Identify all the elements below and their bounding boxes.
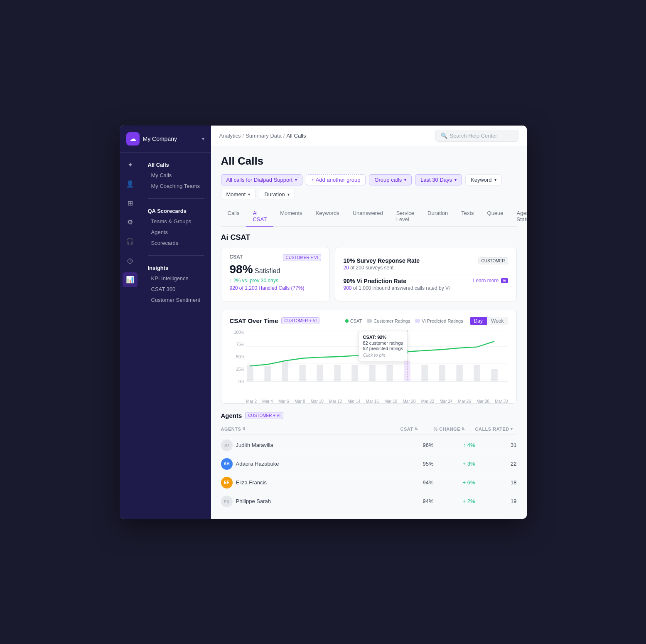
change-philippe: + 2% (434, 498, 475, 504)
tab-agent-status[interactable]: Agent Status (510, 207, 527, 227)
tab-texts[interactable]: Texts (454, 207, 480, 227)
table-header: AGENTS ⇅ CSAT ⇅ % CHANGE ⇅ CALLS RATED ▾ (221, 424, 517, 434)
csat-label: CSAT (230, 254, 243, 260)
breadcrumb-summary[interactable]: Summary Data (246, 133, 282, 139)
nav-icon-clock[interactable]: ◷ (123, 253, 138, 268)
chart-header: CSAT Over Time CUSTOMER + VI CSAT Custom… (230, 317, 508, 325)
caret-icon-2: ▾ (404, 178, 406, 182)
sidebar-item-agents[interactable]: Agents (148, 227, 204, 237)
vi-badge: Vi (501, 278, 508, 283)
tab-keywords[interactable]: Keywords (309, 207, 346, 227)
tab-calls[interactable]: Calls (221, 207, 246, 227)
survey-rate-title: 10% Survey Response Rate (344, 257, 420, 264)
nav-icon-settings[interactable]: ⚙ (123, 215, 138, 230)
sidebar-section-title-qa[interactable]: QA Scorecards (148, 205, 204, 216)
csat-percentage: 98% (230, 263, 253, 276)
nav-icon-team[interactable]: ⊞ (123, 196, 138, 211)
col-header-change[interactable]: % CHANGE ⇅ (434, 427, 475, 432)
moment-btn[interactable]: Moment ▾ (221, 189, 256, 200)
search-help-input[interactable]: 🔍 Search Help Center (435, 130, 518, 142)
sidebar-section-insights: Insights KPI Intelligence CSAT 360 Custo… (141, 259, 211, 309)
filter-group-btn[interactable]: All calls for Dialpad Support ▾ (221, 174, 303, 185)
nav-icon-chart[interactable]: 📊 (123, 272, 138, 287)
agent-name-1: Judith Maravilla (236, 442, 273, 448)
sidebar-item-teams-groups[interactable]: Teams & Groups (148, 216, 204, 227)
sidebar-item-kpi[interactable]: KPI Intelligence (148, 273, 204, 284)
col-header-agents[interactable]: AGENTS ⇅ (221, 427, 400, 432)
group-calls-btn[interactable]: Group calls ▾ (369, 174, 412, 185)
nav-icon-person[interactable]: 👤 (123, 177, 138, 192)
chart-tooltip: CSAT: 92% 82 customer ratings 92 predict… (359, 331, 408, 361)
logo-icon: ☁ (126, 132, 140, 146)
avatar-eliza: EF (221, 477, 233, 489)
tab-moments[interactable]: Moments (273, 207, 309, 227)
sort-icon-calls: ▾ (511, 427, 513, 431)
learn-more-link[interactable]: Learn more (473, 278, 499, 284)
table-row: EF Eliza Francis 94% + 6% 18 (221, 474, 517, 492)
day-week-toggle: Day Week (470, 317, 508, 325)
sidebar-item-csat360[interactable]: CSAT 360 (148, 284, 204, 294)
calls-eliza: 18 (475, 479, 517, 486)
sidebar-item-sentiment[interactable]: Customer Sentiment (148, 295, 204, 305)
sidebar-section-title-insights[interactable]: Insights (148, 262, 204, 273)
svg-rect-15 (421, 365, 427, 381)
app-window: ☁ My Company ▾ ✦ 👤 ⊞ ⚙ 🎧 ◷ 📊 All Calls M… (120, 126, 527, 519)
chevron-down-icon: ▾ (202, 136, 204, 142)
tab-ai-csat[interactable]: Ai CSAT (246, 207, 273, 227)
chart-body: 100% 75% 50% 25% 0% (230, 330, 508, 397)
svg-rect-5 (247, 365, 253, 381)
avatar-adaora: AH (221, 458, 233, 470)
add-group-btn[interactable]: + Add another group (306, 174, 366, 185)
sidebar-item-coaching-teams[interactable]: My Coaching Teams (148, 181, 204, 191)
day-btn[interactable]: Day (470, 317, 487, 325)
agent-name-4: Philippe Sarah (236, 498, 271, 504)
sidebar-logo[interactable]: ☁ My Company ▾ (120, 126, 211, 153)
caret-icon-4: ▾ (494, 178, 496, 182)
duration-btn[interactable]: Duration ▾ (259, 189, 295, 200)
change-eliza: + 6% (434, 479, 475, 486)
sidebar-item-my-calls[interactable]: My Calls (148, 170, 204, 180)
metric-survey-rate: 10% Survey Response Rate 20 of 200 surve… (344, 254, 508, 274)
calls-philippe: 19 (475, 498, 517, 504)
metric-vi-prediction: 90% Vi Prediction Rate 900 of 1,000 inbo… (344, 274, 508, 294)
customer-badge: CUSTOMER (478, 257, 508, 264)
csat-satisfied: Satisfied (255, 267, 280, 274)
sidebar-item-scorecards[interactable]: Scorecards (148, 238, 204, 248)
survey-rate-sub: 20 of 200 surveys sent (344, 265, 420, 271)
avatar-philippe: PS (221, 496, 233, 507)
change-judith: ↑ 4% (434, 442, 475, 448)
date-range-btn[interactable]: Last 30 Days ▾ (415, 174, 462, 185)
sort-icon-csat: ⇅ (415, 427, 418, 431)
csat-cards: CSAT CUSTOMER + VI 98% Satisfied ↑ 2% vs… (221, 247, 517, 301)
col-header-calls[interactable]: CALLS RATED ▾ (475, 427, 517, 432)
nav-icon-sparkle[interactable]: ✦ (123, 158, 138, 173)
sidebar-section-title-calls[interactable]: All Calls (148, 159, 204, 170)
tooltip-hint: Click to pin (363, 353, 403, 358)
sort-icon-change: ⇅ (462, 427, 465, 431)
legend-csat: CSAT (345, 318, 362, 323)
svg-rect-8 (299, 365, 305, 381)
caret-icon-6: ▾ (287, 192, 290, 197)
legend-dot-csat (345, 319, 349, 323)
tab-unanswered[interactable]: Unanswered (346, 207, 390, 227)
chart-section: CSAT Over Time CUSTOMER + VI CSAT Custom… (221, 310, 517, 404)
tab-duration[interactable]: Duration (421, 207, 454, 227)
sort-icon-agents: ⇅ (242, 427, 246, 431)
tab-queue[interactable]: Queue (481, 207, 510, 227)
page-title: All Calls (221, 155, 517, 168)
breadcrumb-analytics[interactable]: Analytics (219, 133, 241, 139)
agents-title: Agents (221, 412, 242, 419)
nav-icon-headset[interactable]: 🎧 (123, 234, 138, 249)
agent-info-1: JM Judith Maravilla (221, 439, 400, 451)
x-axis-labels: Mar 2 Mar 4 Mar 6 Mar 8 Mar 10 Mar 12 Ma… (246, 399, 508, 404)
keyword-btn[interactable]: Keyword ▾ (465, 174, 502, 185)
week-btn[interactable]: Week (487, 317, 508, 325)
tooltip-customer: 82 customer ratings (363, 341, 403, 345)
csat-metrics-card: 10% Survey Response Rate 20 of 200 surve… (335, 247, 517, 301)
csat-main-card: CSAT CUSTOMER + VI 98% Satisfied ↑ 2% vs… (221, 247, 330, 301)
breadcrumb: Analytics / Summary Data / All Calls (219, 133, 306, 139)
col-header-csat[interactable]: CSAT ⇅ (400, 427, 434, 432)
table-row: JM Judith Maravilla 96% ↑ 4% 31 (221, 436, 517, 455)
tab-service-level[interactable]: Service Level (390, 207, 421, 227)
filter-bar: All calls for Dialpad Support ▾ + Add an… (221, 174, 517, 200)
